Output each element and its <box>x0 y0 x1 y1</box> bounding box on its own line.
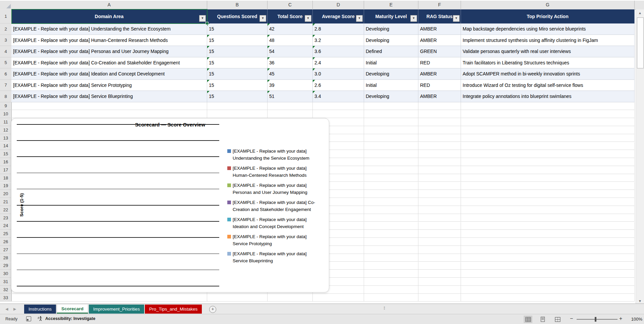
cell-E30[interactable] <box>364 270 418 278</box>
cell-D33[interactable] <box>313 294 364 302</box>
scroll-up-button[interactable]: ▲ <box>637 10 643 16</box>
cell-F8[interactable]: AMBER <box>418 91 461 102</box>
cell-E15[interactable] <box>364 150 418 158</box>
filter-dropdown-B[interactable]: ▼ <box>259 15 266 22</box>
cell-G11[interactable] <box>461 118 635 126</box>
row-header-19[interactable]: 19 <box>0 182 12 190</box>
column-header-G[interactable]: G <box>461 1 635 9</box>
cell-F3[interactable]: AMBER <box>418 35 461 46</box>
table-header-cell-F[interactable]: RAG Status▼ <box>418 9 461 23</box>
column-header-B[interactable]: B <box>207 1 268 9</box>
cell-D7[interactable]: 2.6 <box>313 80 364 91</box>
column-header-D[interactable]: D <box>313 1 364 9</box>
cell-D2[interactable]: 2.8 <box>313 23 364 35</box>
cell-F31[interactable] <box>418 278 461 286</box>
cell-B7[interactable]: 15 <box>207 80 268 91</box>
table-header-cell-B[interactable]: Questions Scored▼ <box>207 9 268 23</box>
row-header-23[interactable]: 23 <box>0 214 12 222</box>
cell-F20[interactable] <box>418 190 461 198</box>
filter-dropdown-D[interactable]: ▼ <box>356 15 363 22</box>
cell-F16[interactable] <box>418 158 461 166</box>
row-header-11[interactable]: 11 <box>0 118 12 126</box>
sheet-tab-improvement_priorities[interactable]: Improvement_Priorities <box>89 305 144 314</box>
cell-E2[interactable]: Developing <box>364 23 418 35</box>
cell-E28[interactable] <box>364 254 418 262</box>
cell-F12[interactable] <box>418 126 461 134</box>
cell-E10[interactable] <box>364 110 418 118</box>
new-sheet-button[interactable]: + <box>209 306 216 313</box>
row-header-29[interactable]: 29 <box>0 262 12 270</box>
vertical-scrollbar-thumb[interactable] <box>637 17 644 68</box>
page-break-preview-button[interactable] <box>553 316 562 323</box>
filter-dropdown-E[interactable]: ▼ <box>410 15 417 22</box>
cell-G15[interactable] <box>461 150 635 158</box>
table-header-cell-E[interactable]: Maturity Level▼ <box>364 9 418 23</box>
row-header-12[interactable]: 12 <box>0 126 12 134</box>
cell-G31[interactable] <box>461 278 635 286</box>
row-header-32[interactable]: 32 <box>0 286 12 294</box>
vertical-scrollbar[interactable]: ▲ ▼ <box>636 9 644 305</box>
zoom-percentage[interactable]: 100% <box>628 317 642 322</box>
cell-F6[interactable]: AMBER <box>418 68 461 80</box>
cell-G17[interactable] <box>461 166 635 174</box>
row-header-6[interactable]: 6 <box>0 68 12 80</box>
sheet-tab-instructions[interactable]: Instructions <box>24 305 56 314</box>
row-header-7[interactable]: 7 <box>0 80 12 91</box>
cell-G24[interactable] <box>461 222 635 230</box>
cell-F30[interactable] <box>418 270 461 278</box>
cell-G28[interactable] <box>461 254 635 262</box>
cell-A7[interactable]: [EXAMPLE - Replace with your data] Servi… <box>11 80 207 91</box>
row-header-22[interactable]: 22 <box>0 206 12 214</box>
cell-A8[interactable]: [EXAMPLE - Replace with your data] Servi… <box>11 91 207 102</box>
cell-C3[interactable]: 48 <box>268 35 313 46</box>
sheet-tab-pro_tips_and_mistakes[interactable]: Pro_Tips_and_Mistakes <box>145 305 202 314</box>
cell-A5[interactable]: [EXAMPLE - Replace with your data] Co-Cr… <box>11 57 207 69</box>
cell-E32[interactable] <box>364 286 418 294</box>
cell-G18[interactable] <box>461 174 635 182</box>
row-header-1[interactable]: 1 <box>0 9 12 23</box>
cell-F4[interactable]: GREEN <box>418 46 461 57</box>
cell-F9[interactable] <box>418 102 461 110</box>
cell-G5[interactable]: Train facilitators in Liberating Structu… <box>461 57 635 69</box>
row-header-2[interactable]: 2 <box>0 23 12 35</box>
accessibility-check-button[interactable]: Accessibility: Investigate <box>38 316 95 321</box>
row-header-17[interactable]: 17 <box>0 166 12 174</box>
cell-F11[interactable] <box>418 118 461 126</box>
row-header-15[interactable]: 15 <box>0 150 12 158</box>
cell-E17[interactable] <box>364 166 418 174</box>
zoom-slider-handle[interactable] <box>595 317 596 322</box>
zoom-in-button[interactable]: + <box>619 316 622 322</box>
row-header-4[interactable]: 4 <box>0 46 12 57</box>
cell-B5[interactable]: 15 <box>207 57 268 69</box>
fill-handle[interactable] <box>206 22 209 25</box>
cell-E19[interactable] <box>364 182 418 190</box>
table-header-cell-C[interactable]: Total Score▼ <box>268 9 313 23</box>
cell-G13[interactable] <box>461 134 635 142</box>
cell-E4[interactable]: Defined <box>364 46 418 57</box>
cell-F22[interactable] <box>418 206 461 214</box>
row-header-5[interactable]: 5 <box>0 57 12 69</box>
cell-A2[interactable]: [EXAMPLE - Replace with your data] Under… <box>11 23 207 35</box>
cell-E24[interactable] <box>364 222 418 230</box>
cell-D8[interactable]: 3.4 <box>313 91 364 102</box>
cell-E22[interactable] <box>364 206 418 214</box>
cell-E20[interactable] <box>364 190 418 198</box>
cell-E12[interactable] <box>364 126 418 134</box>
cell-E26[interactable] <box>364 238 418 246</box>
cell-G9[interactable] <box>461 102 635 110</box>
cell-G14[interactable] <box>461 142 635 150</box>
cell-F13[interactable] <box>418 134 461 142</box>
cell-E11[interactable] <box>364 118 418 126</box>
cell-F26[interactable] <box>418 238 461 246</box>
sheet-tab-scorecard[interactable]: Scorecard <box>57 305 88 314</box>
cell-D3[interactable]: 3.2 <box>313 35 364 46</box>
cell-G12[interactable] <box>461 126 635 134</box>
cell-C6[interactable]: 45 <box>268 68 313 80</box>
cell-G23[interactable] <box>461 214 635 222</box>
cell-E14[interactable] <box>364 142 418 150</box>
cell-A6[interactable]: [EXAMPLE - Replace with your data] Ideat… <box>11 68 207 80</box>
cell-B9[interactable] <box>207 102 268 110</box>
cell-F27[interactable] <box>418 246 461 254</box>
cell-E8[interactable]: Developing <box>364 91 418 102</box>
cell-F15[interactable] <box>418 150 461 158</box>
